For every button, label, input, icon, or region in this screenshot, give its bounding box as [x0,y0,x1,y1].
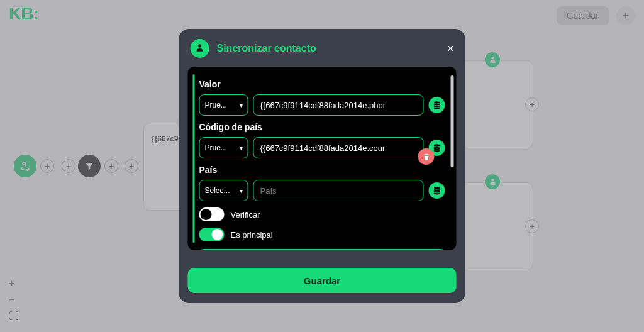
codigo-select-text: Prue... [205,143,227,152]
verificar-toggle[interactable] [199,208,225,221]
pais-label: País [199,165,445,175]
valor-select[interactable]: Prue... ▾ [199,94,248,116]
pais-select-text: Selec... [205,186,230,195]
principal-label: Es principal [231,230,273,240]
chevron-down-icon: ▾ [240,187,243,194]
sync-contact-modal: Sincronizar contacto × Valor Prue... ▾ {… [179,29,465,303]
database-icon[interactable] [429,97,445,113]
database-icon[interactable] [429,182,445,199]
principal-toggle[interactable] [199,228,225,241]
modal-title: Sincronizar contacto [217,43,440,54]
modal-body: Valor Prue... ▾ {{667c9f9114cdf88fada201… [188,67,457,250]
codigo-select[interactable]: Prue... ▾ [199,137,248,158]
close-icon[interactable]: × [447,42,454,55]
delete-row-button[interactable] [418,148,435,165]
verificar-label: Verificar [231,210,260,219]
chevron-down-icon: ▾ [240,102,243,109]
valor-input[interactable]: {{667c9f9114cdf88fada2014e.phor [253,94,424,116]
chevron-down-icon: ▾ [240,145,243,152]
modal-header: Sincronizar contacto × [179,29,465,67]
codigo-input[interactable]: {{667c9f9114cdf88fada2014e.cour [253,137,424,158]
scrollbar[interactable] [451,75,454,167]
add-row-button[interactable]: + [199,249,445,250]
valor-select-text: Prue... [205,101,227,109]
contact-icon [191,39,209,58]
pais-select[interactable]: Selec... ▾ [199,180,248,201]
codigo-label: Código de país [199,122,445,132]
modal-save-button[interactable]: Guardar [188,268,457,293]
pais-input[interactable]: País [253,180,424,201]
valor-label: Valor [199,79,445,89]
